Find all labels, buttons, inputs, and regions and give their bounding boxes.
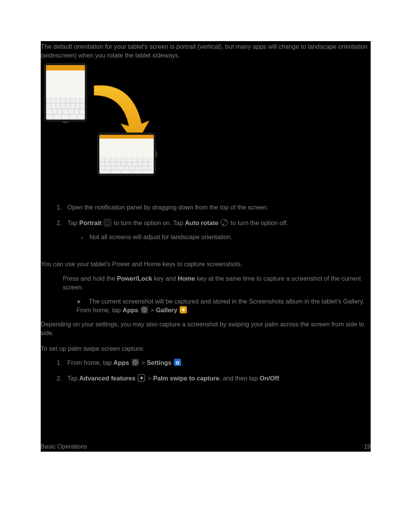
advanced-features-icon xyxy=(138,374,145,382)
palm-step-1: From home, tap Apps > Settings . xyxy=(64,358,371,374)
step-1: Open the notification panel by dragging … xyxy=(64,203,371,219)
capture-bullets: Press and hold the Power/Lock key and Ho… xyxy=(41,274,371,320)
autorotate-steps: Open the notification panel by dragging … xyxy=(41,203,371,248)
step-2: Tap Portrait to turn the option on. Tap … xyxy=(64,219,371,248)
page-footer: Basic Operations 19 xyxy=(41,443,371,452)
footer-section: Basic Operations xyxy=(41,443,87,450)
footer-page-number: 19 xyxy=(364,443,371,450)
capture-instruction: Press and hold the Power/Lock key and Ho… xyxy=(63,274,371,320)
autorotate-icon xyxy=(221,219,228,226)
tablet-landscape xyxy=(97,133,156,176)
gallery-icon xyxy=(180,306,187,313)
apps-icon xyxy=(132,359,139,366)
palm-steps: From home, tap Apps > Settings . Tap Adv… xyxy=(41,358,371,390)
palm-swipe-intro: Depending on your settings, you may also… xyxy=(41,320,371,337)
rotation-illustration xyxy=(41,63,371,185)
capture-storage-note: The current screenshot will be captured … xyxy=(76,297,371,315)
palm-step-2: Tap Advanced features > Palm swipe to ca… xyxy=(64,374,371,390)
apps-icon xyxy=(141,306,148,313)
settings-icon xyxy=(174,359,181,366)
portrait-lock-icon xyxy=(104,219,111,226)
palm-setup-intro: To set up palm swipe screen capture: xyxy=(41,344,371,353)
step-2-note: Not all screens will adjust for landscap… xyxy=(81,233,371,241)
intro-paragraph: The default orientation for your tablet'… xyxy=(41,41,371,60)
capture-intro: You can use your tablet's Power and Home… xyxy=(41,260,371,268)
